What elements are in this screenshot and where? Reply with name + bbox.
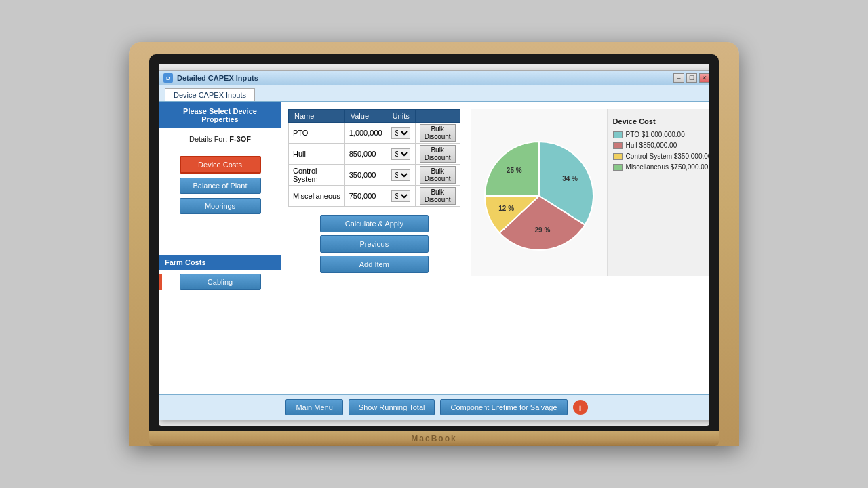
window-controls: – ☐ ✕ bbox=[673, 73, 709, 83]
show-running-total-button[interactable]: Show Running Total bbox=[349, 399, 435, 415]
legend-label: PTO $1,000,000.00 bbox=[626, 131, 685, 138]
moorings-button[interactable]: Moorings bbox=[180, 198, 261, 214]
add-item-button[interactable]: Add Item bbox=[320, 256, 429, 273]
main-layout: Please Select Device Properties Details … bbox=[159, 102, 709, 394]
window-title: Detailed CAPEX Inputs bbox=[177, 74, 258, 82]
table-row: Miscellaneous 750,000 $% Bulk Discount bbox=[289, 186, 460, 207]
cell-value: 850,000 bbox=[344, 144, 387, 165]
cell-bulk: Bulk Discount bbox=[415, 186, 460, 207]
pie-chart: 34 %29 %12 %25 % bbox=[471, 125, 607, 260]
cell-value: 350,000 bbox=[344, 165, 387, 186]
laptop-brand: MacBook bbox=[411, 434, 456, 443]
tab-device-capex[interactable]: Device CAPEX Inputs bbox=[165, 88, 255, 101]
section-indicator bbox=[159, 274, 162, 290]
capex-table: Name Value Units PTO 1,000,000 bbox=[288, 109, 460, 207]
screen-bezel: D Detailed CAPEX Inputs – ☐ ✕ Device CAP… bbox=[149, 54, 719, 431]
legend-label: Miscellaneous $750,000.00 bbox=[626, 163, 709, 171]
legend-label: Hull $850,000.00 bbox=[626, 142, 677, 149]
bulk-discount-button[interactable]: Bulk Discount bbox=[420, 166, 456, 184]
sidebar-details: Details For: F-3OF bbox=[159, 128, 281, 150]
legend-color-swatch bbox=[613, 164, 623, 171]
cell-name: Miscellaneous bbox=[289, 186, 345, 207]
pie-label-2: 12 % bbox=[498, 205, 514, 212]
unit-select[interactable]: $% bbox=[391, 148, 410, 160]
col-value: Value bbox=[344, 110, 387, 123]
app-window: D Detailed CAPEX Inputs – ☐ ✕ Device CAP… bbox=[159, 70, 709, 420]
pie-container: 34 %29 %12 %25 % bbox=[471, 109, 607, 276]
bulk-discount-button[interactable]: Bulk Discount bbox=[420, 145, 456, 163]
details-label: Details For: bbox=[189, 135, 227, 143]
legend-item: Hull $850,000.00 bbox=[613, 142, 709, 149]
balance-of-plant-button[interactable]: Balance of Plant bbox=[180, 178, 261, 194]
legend-area: Device Cost PTO $1,000,000.00 Hull $850,… bbox=[607, 109, 709, 276]
laptop-base: MacBook bbox=[149, 431, 719, 446]
main-menu-button[interactable]: Main Menu bbox=[285, 399, 342, 415]
cell-name: Control System bbox=[289, 165, 345, 186]
content-area: Name Value Units PTO 1,000,000 bbox=[281, 102, 709, 394]
table-row: Hull 850,000 $% Bulk Discount bbox=[289, 144, 460, 165]
laptop-shell: D Detailed CAPEX Inputs – ☐ ✕ Device CAP… bbox=[129, 42, 739, 446]
info-icon[interactable]: i bbox=[573, 400, 588, 415]
pie-label-1: 29 % bbox=[534, 226, 550, 234]
tab-bar: Device CAPEX Inputs bbox=[159, 85, 709, 102]
cell-name: Hull bbox=[289, 144, 345, 165]
sidebar: Please Select Device Properties Details … bbox=[159, 102, 281, 394]
cabling-button[interactable]: Cabling bbox=[180, 274, 261, 290]
cell-bulk: Bulk Discount bbox=[415, 123, 460, 144]
minimize-button[interactable]: – bbox=[673, 73, 684, 83]
cell-unit: $% bbox=[387, 144, 415, 165]
col-name: Name bbox=[289, 110, 345, 123]
unit-select[interactable]: $% bbox=[391, 169, 410, 181]
maximize-button[interactable]: ☐ bbox=[686, 73, 697, 83]
bulk-discount-button[interactable]: Bulk Discount bbox=[420, 124, 456, 142]
window-icon: D bbox=[163, 73, 173, 83]
device-costs-button[interactable]: Device Costs bbox=[180, 156, 261, 174]
window-titlebar: D Detailed CAPEX Inputs – ☐ ✕ bbox=[159, 71, 709, 85]
cell-value: 1,000,000 bbox=[344, 123, 387, 144]
title-left: D Detailed CAPEX Inputs bbox=[163, 73, 258, 83]
calculate-apply-button[interactable]: Calculate & Apply bbox=[320, 215, 429, 232]
table-row: Control System 350,000 $% Bulk Discount bbox=[289, 165, 460, 186]
cell-unit: $% bbox=[387, 165, 415, 186]
cell-name: PTO bbox=[289, 123, 345, 144]
cell-bulk: Bulk Discount bbox=[415, 144, 460, 165]
legend-item: Miscellaneous $750,000.00 bbox=[613, 163, 709, 171]
pie-label-3: 25 % bbox=[506, 167, 521, 174]
cell-value: 750,000 bbox=[344, 186, 387, 207]
bulk-discount-button[interactable]: Bulk Discount bbox=[420, 187, 456, 205]
chart-area: 34 %29 %12 %25 % Device Cost PTO $1,000,… bbox=[471, 109, 709, 276]
unit-select[interactable]: $% bbox=[391, 190, 410, 202]
top-row: Name Value Units PTO 1,000,000 bbox=[288, 109, 709, 276]
cell-bulk: Bulk Discount bbox=[415, 165, 460, 186]
screen: D Detailed CAPEX Inputs – ☐ ✕ Device CAP… bbox=[159, 64, 709, 426]
legend-color-swatch bbox=[613, 142, 623, 149]
legend-color-swatch bbox=[613, 131, 623, 138]
table-section: Name Value Units PTO 1,000,000 bbox=[288, 109, 460, 276]
table-row: PTO 1,000,000 $% Bulk Discount bbox=[289, 123, 460, 144]
device-name: F-3OF bbox=[229, 135, 251, 143]
unit-select[interactable]: $% bbox=[391, 127, 410, 139]
close-button[interactable]: ✕ bbox=[699, 73, 709, 83]
legend-item: PTO $1,000,000.00 bbox=[613, 131, 709, 138]
legend-items: PTO $1,000,000.00 Hull $850,000.00 Contr… bbox=[613, 131, 709, 171]
action-buttons: Calculate & Apply Previous Add Item bbox=[288, 215, 460, 273]
sidebar-header: Please Select Device Properties bbox=[159, 102, 281, 128]
col-action bbox=[415, 110, 460, 123]
cell-unit: $% bbox=[387, 123, 415, 144]
pie-label-0: 34 % bbox=[562, 175, 578, 182]
bottom-bar: Main Menu Show Running Total Component L… bbox=[159, 394, 709, 420]
cell-unit: $% bbox=[387, 186, 415, 207]
col-units: Units bbox=[387, 110, 415, 123]
farm-costs-header: Farm Costs bbox=[159, 255, 281, 270]
legend-item: Control System $350,000.00 bbox=[613, 152, 709, 160]
component-lifetime-button[interactable]: Component Lifetime for Salvage bbox=[440, 399, 567, 415]
legend-color-swatch bbox=[613, 153, 623, 160]
legend-title: Device Cost bbox=[613, 117, 709, 125]
legend-label: Control System $350,000.00 bbox=[626, 152, 709, 160]
previous-button[interactable]: Previous bbox=[320, 235, 429, 253]
